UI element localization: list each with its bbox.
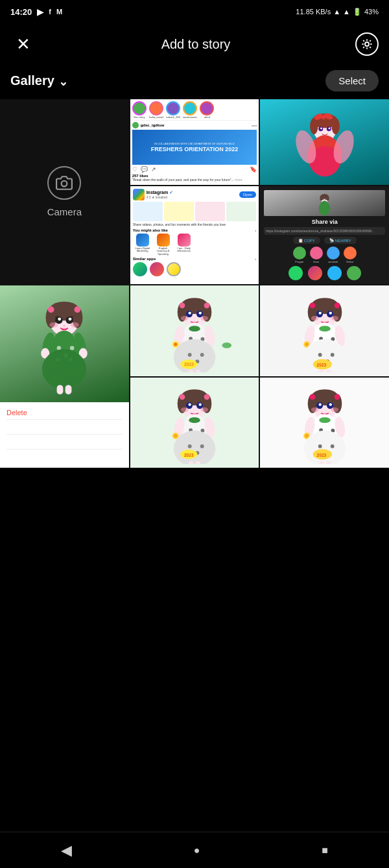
svg-text:2023: 2023 [316,363,326,367]
doll-ad-tall-image [0,285,129,402]
ctx-save-photo[interactable]: Save Photo [6,419,123,434]
svg-point-170 [188,404,191,406]
svg-rect-158 [318,370,324,372]
svg-point-185 [188,444,192,448]
svg-point-78 [58,317,62,320]
svg-point-153 [305,343,309,346]
svg-point-215 [318,444,322,448]
svg-rect-95 [57,385,64,394]
status-right: 11.85 KB/s ▲ ▲ 🔋 43% [296,8,379,16]
svg-rect-127 [195,370,200,372]
svg-point-105 [188,311,191,314]
svg-point-157 [330,353,334,357]
svg-point-66 [323,199,324,199]
network-speed: 11.85 KB/s [296,8,331,16]
svg-point-53 [320,127,322,129]
page-title: Add to story [36,37,355,52]
svg-text:2023: 2023 [184,362,194,367]
ctx-share-post[interactable]: Share as post... [6,434,123,449]
playstore-grid-cell[interactable]: Instagram ✓ 4.3 ★ Installed Open Share v… [130,186,259,284]
back-button[interactable]: ◀ [56,837,77,864]
doll-ad-tall-cell[interactable]: Delete Save Photo Share as post... Copy … [0,285,129,468]
svg-point-139 [329,311,331,314]
gallery-dropdown[interactable]: Gallery ⌄ [10,73,68,89]
ctx-copy-link[interactable]: Copy link [6,449,123,464]
signal-icon: ▲ [333,8,340,16]
red-doll-top-cell[interactable] [260,99,389,185]
svg-point-108 [200,316,208,320]
svg-point-203 [331,407,338,412]
doll-white-2023-cell[interactable]: 2023 [130,378,259,468]
share-via-grid-cell[interactable]: Share via https://instagram.com/stories/… [260,186,389,284]
svg-rect-218 [318,462,324,464]
red-fairy-doll-svg [286,102,364,183]
insta-post-grid-cell[interactable]: Your story lucha_insta1 edwin1_202 westi… [130,99,259,185]
ctx-delete[interactable]: Delete [6,406,123,419]
battery-level: 43% [364,8,379,16]
bottom-navigation: ◀ ● ■ [0,832,389,868]
chevron-down-icon: ⌄ [58,75,68,89]
svg-point-74 [48,306,54,313]
svg-point-121 [222,343,231,348]
svg-point-79 [69,317,72,320]
svg-point-116 [189,326,200,332]
doll-white-green-2-cell[interactable]: 2023 [260,285,389,376]
svg-point-172 [181,407,189,412]
doll-white-2023-2-cell[interactable]: 2023 [260,378,389,468]
battery-icon: 🔋 [353,8,362,16]
svg-text:2023: 2023 [316,453,326,457]
svg-point-87 [70,346,75,350]
svg-point-134 [309,302,315,308]
svg-point-201 [329,404,331,406]
svg-point-135 [334,302,340,308]
svg-point-106 [199,311,202,314]
svg-point-120 [174,343,178,346]
svg-point-94 [42,349,86,389]
context-menu: Delete Save Photo Share as post... Copy … [0,402,129,468]
svg-point-75 [75,306,81,313]
svg-point-0 [365,42,369,46]
bottom-spacer [0,468,389,520]
svg-rect-126 [188,370,193,372]
svg-point-202 [311,407,318,412]
svg-point-81 [71,322,79,328]
svg-point-166 [180,394,185,400]
svg-point-123 [188,353,192,357]
svg-point-125 [200,353,204,357]
facebook-icon: f [49,8,51,16]
header: ✕ Add to story [0,23,389,65]
svg-point-102 [204,302,210,308]
svg-point-167 [204,394,210,400]
svg-point-101 [180,302,185,308]
status-bar: 14:20 ▶ f M 11.85 KB/s ▲ ▲ 🔋 43% [0,0,389,23]
wifi-icon: ▲ [343,8,350,16]
svg-point-62 [320,196,322,201]
select-button[interactable]: Select [325,70,379,91]
camera-text: Camera [47,206,82,217]
home-button[interactable]: ● [189,839,206,862]
photo-grid-main: Camera Your story lucha_insta1 edwin1_20… [0,99,389,468]
svg-point-43 [62,181,67,187]
doll-white-green-cell[interactable]: 2023 [130,285,259,376]
svg-point-54 [328,127,330,129]
svg-point-149 [319,326,331,332]
svg-point-107 [181,316,189,320]
svg-point-196 [309,394,315,400]
svg-point-197 [334,394,340,400]
svg-point-209 [319,418,331,424]
gallery-label-text: Gallery [10,73,54,88]
svg-point-50 [321,115,325,119]
svg-rect-188 [188,462,193,464]
time: 14:20 [10,7,32,17]
close-button[interactable]: ✕ [10,34,36,54]
svg-point-213 [305,434,309,438]
svg-point-140 [311,316,318,320]
svg-point-80 [50,322,58,328]
svg-rect-159 [325,370,331,372]
camera-grid-cell[interactable]: Camera [0,99,129,284]
recents-button[interactable]: ■ [316,839,333,862]
svg-point-171 [199,404,202,406]
svg-point-187 [200,444,204,448]
svg-point-63 [327,196,329,201]
settings-button[interactable] [355,32,379,56]
